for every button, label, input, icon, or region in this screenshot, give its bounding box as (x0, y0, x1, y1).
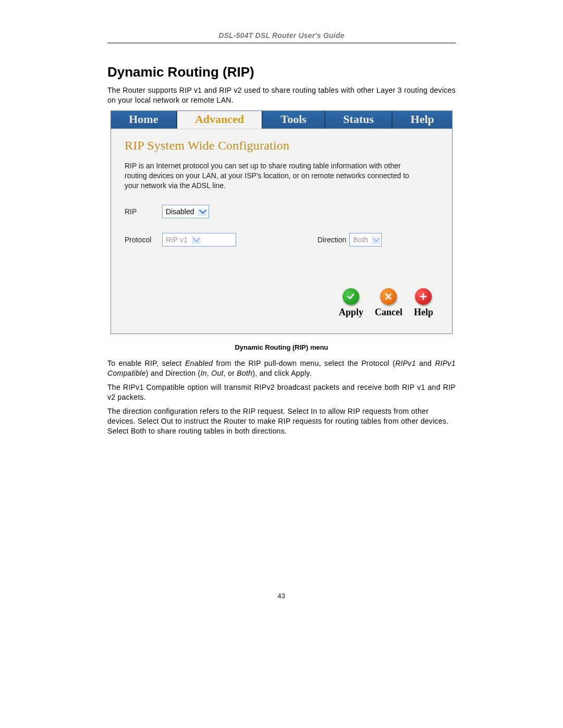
panel-title: RIP System Wide Configuration (125, 139, 438, 153)
rip-select[interactable]: Disabled (162, 205, 209, 218)
protocol-label: Protocol (125, 236, 154, 244)
direction-label: Direction (317, 236, 346, 244)
rip-label: RIP (125, 207, 154, 216)
text: ) and Direction ( (146, 369, 201, 377)
cancel-button[interactable]: Cancel (375, 288, 402, 318)
help-label: Help (414, 307, 433, 318)
action-bar: Apply Cancel Help (125, 288, 438, 318)
help-button[interactable]: Help (414, 288, 433, 318)
tab-bar: Home Advanced Tools Status Help (111, 111, 452, 129)
protocol-select[interactable]: RIP v1 (162, 233, 236, 246)
tab-tools[interactable]: Tools (262, 111, 325, 129)
text: ), and click Apply. (252, 369, 312, 377)
text-italic: Both (237, 369, 252, 377)
text: from the RIP pull-down menu, select the … (213, 359, 395, 367)
direction-select-value: Both (353, 236, 368, 244)
protocol-select-value: RIP v1 (166, 236, 188, 244)
protocol-row: Protocol RIP v1 Direction Both (125, 233, 438, 246)
text: , or (224, 369, 237, 377)
header-divider (107, 43, 456, 43)
cancel-label: Cancel (375, 307, 402, 318)
tab-home[interactable]: Home (111, 111, 177, 129)
paragraph-direction: The direction configuration refers to th… (107, 406, 456, 436)
figure-caption: Dynamic Routing (RIP) menu (107, 343, 456, 351)
panel-description: RIP is an Internet protocol you can set … (125, 161, 422, 191)
section-title: Dynamic Routing (RIP) (107, 64, 456, 80)
paragraph-ripv1-compat: The RIPv1 Compatible option will transmi… (107, 382, 456, 402)
section-intro: The Router supports RIP v1 and RIP v2 us… (107, 85, 456, 105)
text-italic: RIPv1 (395, 359, 416, 367)
text: and (416, 359, 435, 367)
paragraph-enable-rip: To enable RIP, select Enabled from the R… (107, 359, 456, 378)
direction-group: Direction Both (317, 233, 382, 246)
page-number: 43 (107, 593, 456, 600)
config-panel: RIP System Wide Configuration RIP is an … (111, 129, 452, 334)
rip-select-value: Disabled (166, 207, 194, 216)
router-ui-figure: Home Advanced Tools Status Help RIP Syst… (111, 110, 452, 335)
chevron-down-icon (198, 207, 207, 216)
direction-select[interactable]: Both (349, 233, 382, 246)
apply-button[interactable]: Apply (339, 288, 363, 318)
check-icon (342, 288, 359, 305)
chevron-down-icon (372, 236, 380, 244)
plus-icon (415, 288, 432, 305)
text-italic: In (201, 369, 207, 377)
text: , (207, 369, 211, 377)
x-icon (380, 288, 397, 305)
apply-label: Apply (339, 307, 363, 318)
text-italic: Enabled (185, 359, 213, 367)
rip-row: RIP Disabled (125, 205, 438, 218)
tab-status[interactable]: Status (325, 111, 392, 129)
tab-advanced[interactable]: Advanced (177, 111, 263, 129)
chevron-down-icon (192, 236, 201, 244)
tab-help[interactable]: Help (392, 111, 452, 129)
text-italic: Out (211, 369, 223, 377)
document-header: DSL-504T DSL Router User's Guide (107, 31, 456, 40)
text: To enable RIP, select (107, 359, 185, 367)
